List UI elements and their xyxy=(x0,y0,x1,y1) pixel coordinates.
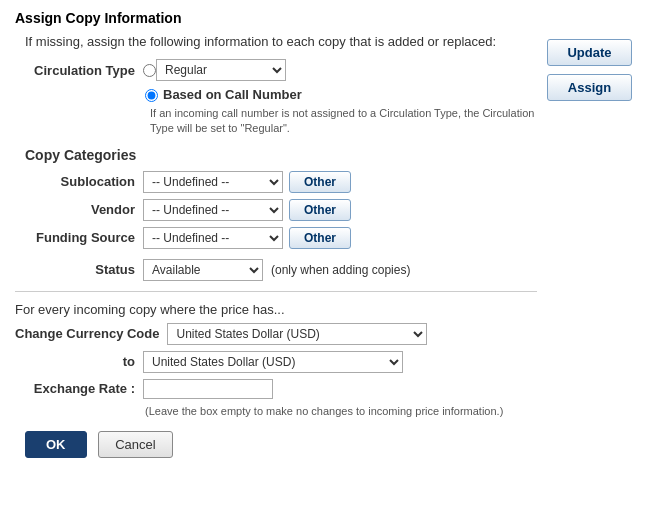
funding-source-other-button[interactable]: Other xyxy=(289,227,351,249)
copy-categories-label: Copy Categories xyxy=(25,147,537,163)
status-note: (only when adding copies) xyxy=(271,263,410,277)
vendor-other-button[interactable]: Other xyxy=(289,199,351,221)
funding-source-select[interactable]: -- Undefined -- xyxy=(143,227,283,249)
circulation-type-label: Circulation Type xyxy=(15,63,135,78)
currency-intro: For every incoming copy where the price … xyxy=(15,302,537,317)
vendor-select[interactable]: -- Undefined -- xyxy=(143,199,283,221)
status-select[interactable]: Available xyxy=(143,259,263,281)
sublocation-select[interactable]: -- Undefined -- xyxy=(143,171,283,193)
assign-button[interactable]: Assign xyxy=(547,74,632,101)
change-currency-select[interactable]: United States Dollar (USD) xyxy=(167,323,427,345)
subtitle: If missing, assign the following informa… xyxy=(25,34,537,49)
exchange-rate-label: Exchange Rate : xyxy=(15,381,135,396)
circulation-type-select[interactable]: Regular xyxy=(156,59,286,81)
sublocation-other-button[interactable]: Other xyxy=(289,171,351,193)
ok-button[interactable]: OK xyxy=(25,431,87,458)
funding-source-label: Funding Source xyxy=(15,230,135,245)
to-currency-select[interactable]: United States Dollar (USD) xyxy=(143,351,403,373)
circulation-info-text: If an incoming call number is not assign… xyxy=(150,106,537,137)
status-label: Status xyxy=(15,262,135,277)
change-currency-label: Change Currency Code xyxy=(15,326,159,341)
exchange-rate-input[interactable] xyxy=(143,379,273,399)
currency-to-label: to xyxy=(15,354,135,369)
based-on-call-number-label: Based on Call Number xyxy=(163,87,302,102)
exchange-note: (Leave the box empty to make no changes … xyxy=(145,405,537,417)
circulation-radio-based[interactable] xyxy=(145,89,158,102)
page-title: Assign Copy Information xyxy=(15,10,632,26)
vendor-label: Vendor xyxy=(15,202,135,217)
circulation-radio-regular[interactable] xyxy=(143,64,156,77)
update-button[interactable]: Update xyxy=(547,39,632,66)
sublocation-label: Sublocation xyxy=(15,174,135,189)
cancel-button[interactable]: Cancel xyxy=(98,431,172,458)
